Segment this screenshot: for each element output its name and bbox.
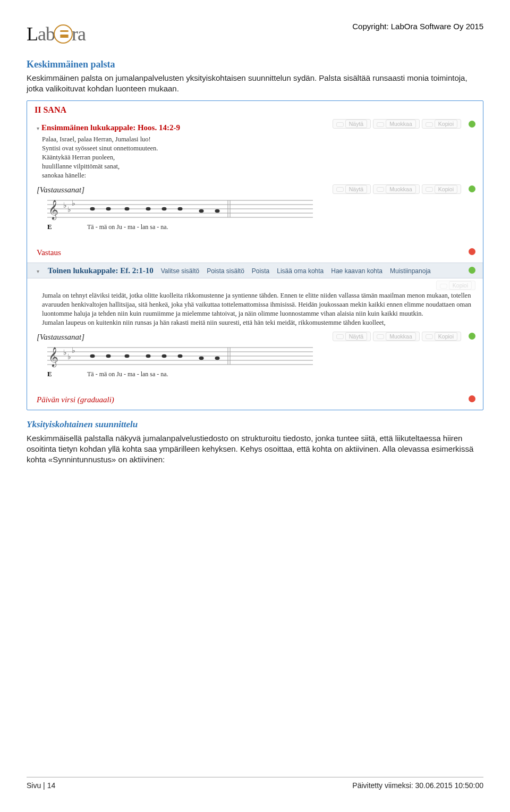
status-dot-icon	[469, 333, 475, 340]
svg-text:♭: ♭	[67, 206, 71, 214]
edit-button[interactable]: Muokkaa	[373, 119, 420, 129]
svg-point-35	[178, 354, 183, 358]
logo-text: Lab ra	[27, 21, 86, 47]
action-box[interactable]: Näytä Muokkaa Kopioi	[333, 332, 461, 341]
status-dot-icon	[469, 267, 475, 274]
svg-text:Tä  -  mä     on     Ju   -   : Tä - mä on Ju - ma - lan sa - na.	[87, 370, 168, 378]
logo: Lab ra	[27, 21, 86, 47]
page-footer: Sivu | 14 Päivitetty viimeksi: 30.06.201…	[27, 777, 483, 791]
svg-text:♭: ♭	[63, 349, 67, 357]
caret-icon: ▾	[37, 125, 39, 132]
vastaus-label: Vastaus	[37, 244, 61, 259]
status-dot-icon	[469, 395, 475, 402]
svg-point-33	[146, 354, 151, 358]
svg-point-34	[162, 354, 167, 358]
caret-icon: ▾	[37, 268, 39, 275]
show-button[interactable]: Näytä	[333, 332, 371, 341]
section2-body: Keskimmäisellä palstalla näkyvä jumalanp…	[27, 433, 483, 466]
svg-text:𝄞: 𝄞	[48, 347, 58, 368]
tb-remove-content[interactable]: Poista sisältö	[207, 267, 244, 275]
status-dot-icon	[469, 121, 475, 128]
paivan-virsi-header[interactable]: Päivän virsi (graduaali)	[27, 387, 483, 409]
edit-button[interactable]: Muokkaa	[373, 184, 420, 194]
section2-title: Yksityiskohtainen suunnittelu	[27, 419, 483, 431]
svg-point-32	[125, 354, 130, 358]
svg-text:𝄞: 𝄞	[48, 200, 58, 221]
reading2-title: Toinen lukukappale: Ef. 2:1-10	[48, 265, 154, 276]
vastaussanat2-label: [Vastaussanat]	[37, 332, 84, 342]
svg-point-9	[90, 207, 95, 210]
vastaussanat1-label: [Vastaussanat]	[37, 184, 84, 195]
music-staff-icon: 𝄞 ♭ ♭ ♭ E Tä - mä on Ju - ma - lan sa - …	[42, 343, 318, 380]
svg-point-13	[162, 207, 167, 210]
music-notation-2: 𝄞 ♭ ♭ ♭ E Tä - mä on Ju - ma - lan sa - …	[27, 342, 483, 387]
svg-text:E: E	[47, 370, 52, 378]
svg-point-37	[215, 357, 220, 360]
edit-button[interactable]: Muokkaa	[373, 332, 420, 341]
action-box[interactable]: Näytä Muokkaa Kopioi	[333, 119, 461, 129]
reading2-actions-row: Kopioi	[27, 278, 483, 290]
svg-point-14	[178, 207, 183, 210]
svg-point-30	[90, 354, 95, 358]
tb-delete[interactable]: Poista	[252, 267, 269, 275]
copyright-text: Copyright: LabOra Software Oy 2015	[352, 21, 483, 32]
footer-divider	[27, 777, 483, 777]
reading1-title: Ensimmäinen lukukappale: Hoos. 14:2-9	[41, 119, 180, 134]
paivan-virsi-label: Päivän virsi (graduaali)	[37, 391, 114, 406]
svg-point-36	[199, 357, 204, 360]
svg-text:E: E	[47, 223, 52, 231]
reading1-header[interactable]: ▾ Ensimmäinen lukukappale: Hoos. 14:2-9 …	[27, 118, 483, 134]
tb-select-content[interactable]: Valitse sisältö	[161, 267, 199, 275]
status-dot-icon	[469, 248, 475, 255]
last-updated: Päivitetty viimeksi: 30.06.2015 10:50:00	[352, 781, 483, 791]
svg-text:♭: ♭	[72, 346, 75, 354]
tb-add-own[interactable]: Lisää oma kohta	[277, 267, 324, 275]
action-box[interactable]: Kopioi	[436, 281, 475, 290]
svg-point-16	[215, 209, 220, 213]
svg-text:♭: ♭	[72, 199, 75, 207]
logo-mark-icon	[54, 24, 73, 44]
svg-text:♭: ♭	[63, 201, 67, 209]
copy-button[interactable]: Kopioi	[422, 184, 461, 194]
svg-point-15	[199, 209, 204, 213]
section1-title: Keskimmäinen palsta	[27, 58, 483, 71]
reading2-text: Jumala on tehnyt eläviksi teidät, jotka …	[27, 290, 483, 331]
status-dot-icon	[469, 185, 475, 192]
svg-text:♭: ♭	[67, 353, 71, 361]
svg-point-12	[146, 207, 151, 210]
tb-fetch-template[interactable]: Hae kaavan kohta	[331, 267, 382, 275]
copy-button[interactable]: Kopioi	[436, 281, 475, 290]
editor-screenshot: II SANA ▾ Ensimmäinen lukukappale: Hoos.…	[27, 100, 483, 410]
vastaussanat1-header[interactable]: [Vastaussanat] Näytä Muokkaa Kopioi	[27, 183, 483, 195]
main-section-heading: II SANA	[27, 101, 483, 118]
tb-notes[interactable]: Muistiinpanoja	[390, 267, 431, 275]
vastaus-header[interactable]: Vastaus	[27, 240, 483, 262]
svg-point-31	[106, 354, 111, 358]
show-button[interactable]: Näytä	[333, 184, 371, 194]
reading1-text: Palaa, Israel, palaa Herran, Jumalasi lu…	[27, 134, 483, 183]
reading2-toolbar[interactable]: ▾ Toinen lukukappale: Ef. 2:1-10 Valitse…	[27, 263, 483, 278]
section1-body: Keskimmäinen palsta on jumalanpalveluste…	[27, 73, 483, 95]
copy-button[interactable]: Kopioi	[422, 119, 461, 129]
show-button[interactable]: Näytä	[333, 119, 371, 129]
svg-text:Tä  -  mä     on     Ju   -   : Tä - mä on Ju - ma - lan sa - na.	[87, 223, 168, 231]
copy-button[interactable]: Kopioi	[422, 332, 461, 341]
svg-point-10	[106, 207, 111, 210]
music-staff-icon: 𝄞 ♭ ♭ ♭ E Tä - mä on Ju - ma - lan sa - …	[42, 196, 318, 233]
svg-point-11	[125, 207, 130, 210]
music-notation-1: 𝄞 ♭ ♭ ♭ E Tä - mä on Ju - ma - lan sa - …	[27, 195, 483, 240]
vastaussanat2-header[interactable]: [Vastaussanat] Näytä Muokkaa Kopioi	[27, 331, 483, 342]
page-header: Lab ra Copyright: LabOra Software Oy 201…	[27, 21, 483, 47]
action-box[interactable]: Näytä Muokkaa Kopioi	[333, 184, 461, 194]
page-number: Sivu | 14	[27, 781, 55, 791]
